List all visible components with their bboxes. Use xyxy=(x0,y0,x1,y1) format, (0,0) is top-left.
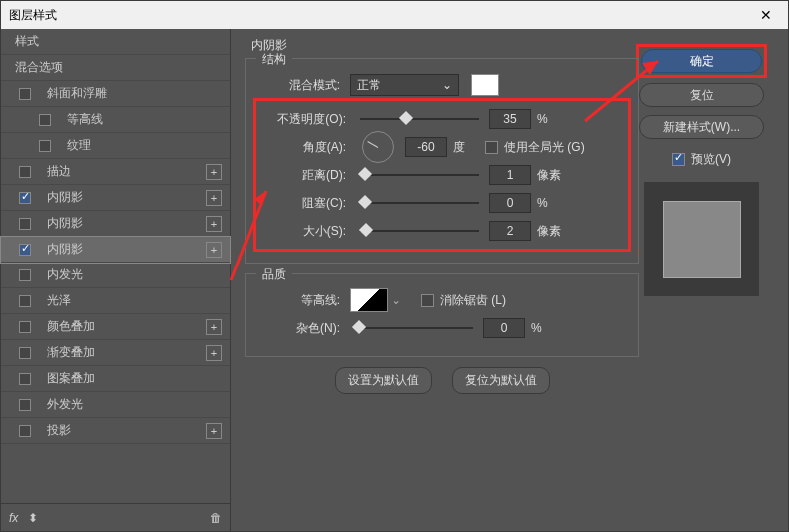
style-item-13[interactable]: 投影+ xyxy=(1,418,230,444)
new-style-button[interactable]: 新建样式(W)... xyxy=(639,115,764,139)
preview-box xyxy=(644,182,759,296)
style-label: 光泽 xyxy=(47,292,71,309)
antialias-checkbox[interactable] xyxy=(421,294,434,307)
global-light-checkbox[interactable] xyxy=(485,141,498,154)
style-checkbox[interactable] xyxy=(19,321,31,333)
style-checkbox[interactable] xyxy=(19,399,31,411)
choke-input[interactable] xyxy=(489,193,531,213)
plus-icon[interactable]: + xyxy=(206,216,222,232)
choke-label: 阻塞(C): xyxy=(262,195,350,212)
plus-icon[interactable]: + xyxy=(206,164,222,180)
quality-label: 品质 xyxy=(256,266,292,283)
style-checkbox[interactable] xyxy=(19,166,31,178)
style-checkbox[interactable] xyxy=(19,244,31,256)
style-label: 描边 xyxy=(47,163,71,180)
style-label: 内阴影 xyxy=(47,189,83,206)
structure-label: 结构 xyxy=(256,51,292,68)
dialog-title: 图层样式 xyxy=(9,7,57,24)
noise-input[interactable] xyxy=(483,318,525,338)
style-checkbox[interactable] xyxy=(19,347,31,359)
opacity-label: 不透明度(O): xyxy=(262,111,350,128)
style-label: 内阴影 xyxy=(47,241,83,258)
style-item-10[interactable]: 渐变叠加+ xyxy=(1,340,230,366)
color-swatch[interactable] xyxy=(471,74,499,96)
opacity-slider[interactable] xyxy=(360,118,479,120)
preview-checkbox[interactable] xyxy=(672,153,685,166)
style-label: 纹理 xyxy=(67,137,91,154)
style-item-3[interactable]: 描边+ xyxy=(1,159,230,185)
style-label: 外发光 xyxy=(47,396,83,413)
style-item-11[interactable]: 图案叠加 xyxy=(1,366,230,392)
titlebar: 图层样式 ✕ xyxy=(1,1,788,29)
sidebar-styles-header[interactable]: 样式 xyxy=(1,29,230,55)
blend-mode-label: 混合模式: xyxy=(256,77,344,94)
style-item-7[interactable]: 内发光 xyxy=(1,263,230,288)
style-label: 颜色叠加 xyxy=(47,318,95,335)
style-checkbox[interactable] xyxy=(39,140,51,152)
distance-slider[interactable] xyxy=(360,174,479,176)
cancel-button[interactable]: 复位 xyxy=(639,83,764,107)
angle-dial[interactable] xyxy=(362,131,394,163)
style-label: 内阴影 xyxy=(47,215,83,232)
structure-fieldset: 结构 混合模式: 正常 ⌄ 不透明度(O): xyxy=(245,58,639,264)
sidebar-blending-header[interactable]: 混合选项 xyxy=(1,55,230,81)
style-checkbox[interactable] xyxy=(19,192,31,204)
angle-label: 角度(A): xyxy=(262,139,350,156)
blend-mode-select[interactable]: 正常 ⌄ xyxy=(350,74,459,96)
ok-button[interactable]: 确定 xyxy=(641,49,762,73)
close-icon[interactable]: ✕ xyxy=(752,7,780,23)
style-label: 投影 xyxy=(47,422,71,439)
choke-slider[interactable] xyxy=(360,202,479,204)
style-item-12[interactable]: 外发光 xyxy=(1,392,230,418)
style-checkbox[interactable] xyxy=(19,373,31,385)
style-checkbox[interactable] xyxy=(19,295,31,307)
reset-default-button[interactable]: 复位为默认值 xyxy=(452,367,550,394)
plus-icon[interactable]: + xyxy=(206,242,222,258)
chevron-down-icon[interactable]: ⌄ xyxy=(392,293,401,307)
plus-icon[interactable]: + xyxy=(206,319,222,335)
plus-icon[interactable]: + xyxy=(206,345,222,361)
style-label: 图案叠加 xyxy=(47,370,95,387)
size-input[interactable] xyxy=(489,221,531,241)
contour-label: 等高线: xyxy=(256,292,344,309)
opacity-input[interactable] xyxy=(489,109,531,129)
contour-picker[interactable] xyxy=(350,288,388,312)
style-label: 斜面和浮雕 xyxy=(47,85,107,102)
distance-input[interactable] xyxy=(489,165,531,185)
quality-fieldset: 品质 等高线: ⌄ 消除锯齿 (L) 杂色(N): % xyxy=(245,273,639,357)
panel-title: 内阴影 xyxy=(245,37,639,54)
plus-icon[interactable]: + xyxy=(206,423,222,439)
style-item-5[interactable]: 内阴影+ xyxy=(1,211,230,237)
style-checkbox[interactable] xyxy=(19,218,31,230)
style-label: 内发光 xyxy=(47,266,83,283)
fx-icon[interactable]: fx xyxy=(9,511,18,525)
up-down-icon[interactable]: ⬍ xyxy=(28,511,38,525)
plus-icon[interactable]: + xyxy=(206,190,222,206)
style-checkbox[interactable] xyxy=(19,425,31,437)
distance-label: 距离(D): xyxy=(262,167,350,184)
style-item-2[interactable]: 纹理 xyxy=(1,133,230,159)
antialias-label: 消除锯齿 (L) xyxy=(440,292,506,309)
noise-label: 杂色(N): xyxy=(256,320,344,337)
size-slider[interactable] xyxy=(360,230,479,232)
style-label: 等高线 xyxy=(67,111,103,128)
chevron-down-icon: ⌄ xyxy=(442,78,452,92)
noise-slider[interactable] xyxy=(354,327,473,329)
layer-style-dialog: 图层样式 ✕ 样式 混合选项 斜面和浮雕等高线纹理描边+内阴影+内阴影+内阴影+… xyxy=(0,0,789,532)
make-default-button[interactable]: 设置为默认值 xyxy=(335,367,432,394)
style-item-8[interactable]: 光泽 xyxy=(1,288,230,314)
global-light-label: 使用全局光 (G) xyxy=(504,139,585,156)
angle-input[interactable] xyxy=(405,137,447,157)
preview-swatch xyxy=(663,201,741,278)
style-item-1[interactable]: 等高线 xyxy=(1,107,230,133)
right-column: 确定 复位 新建样式(W)... 预览(V) xyxy=(639,37,774,523)
trash-icon[interactable]: 🗑 xyxy=(210,511,222,525)
size-label: 大小(S): xyxy=(262,223,350,240)
style-checkbox[interactable] xyxy=(19,269,31,281)
style-item-0[interactable]: 斜面和浮雕 xyxy=(1,81,230,107)
style-checkbox[interactable] xyxy=(39,114,51,126)
style-checkbox[interactable] xyxy=(19,88,31,100)
style-item-6[interactable]: 内阴影+ xyxy=(1,237,230,263)
style-item-4[interactable]: 内阴影+ xyxy=(1,185,230,211)
style-item-9[interactable]: 颜色叠加+ xyxy=(1,314,230,340)
